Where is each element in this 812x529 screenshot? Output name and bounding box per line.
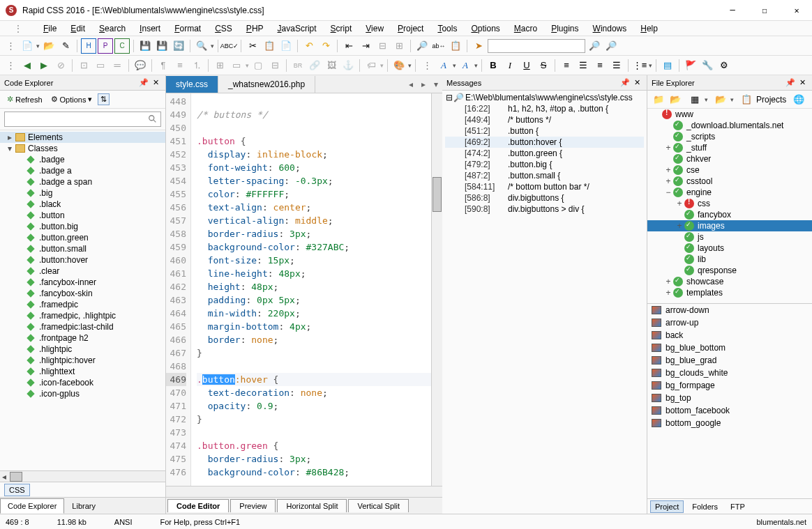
folder-item[interactable]: fancybox [647,209,812,220]
stop-icon[interactable]: ⊘ [53,58,68,73]
class-item[interactable]: .button.big [0,221,165,232]
back-icon[interactable]: ◀ [20,58,35,73]
class-item[interactable]: .button:hover [0,254,165,266]
refresh-button[interactable]: ✲ Refresh [4,93,45,105]
new-file-icon[interactable]: 📄 [20,38,35,54]
row-icon[interactable]: ▭ [229,58,244,73]
class-item[interactable]: .hlighttext [0,366,165,377]
class-item[interactable]: .button [0,210,165,221]
css-icon[interactable]: C [114,38,130,54]
class-item[interactable]: .badge a span [0,176,165,187]
folder-item[interactable]: chkver [647,153,812,164]
flag-icon[interactable]: 🚩 [683,58,698,73]
cut-icon[interactable]: ✂ [245,38,260,54]
tab-library[interactable]: Library [64,498,103,514]
class-item[interactable]: .fancybox-skin [0,288,165,299]
class-item[interactable]: .icon-gplus [0,388,165,399]
align-justify-icon[interactable]: ☰ [609,58,624,73]
menu-script[interactable]: Script [324,22,359,35]
edit-icon[interactable]: ✎ [58,38,73,54]
view-icon[interactable]: ▦ [688,93,702,107]
menu-macro[interactable]: Macro [507,22,544,35]
file-item[interactable]: bg_clouds_white [647,367,812,379]
comment-icon[interactable]: 💬 [133,58,148,73]
class-item[interactable]: .button.small [0,243,165,254]
php-icon[interactable]: P [98,38,113,54]
form-icon[interactable]: ▢ [250,58,266,73]
style-icon[interactable]: 🏷 [363,58,379,73]
para-icon[interactable]: ¶ [156,58,171,73]
menu-format[interactable]: Format [167,22,208,35]
drag-handle-icon[interactable]: ⋮ [419,58,435,73]
message-row[interactable]: [479:2].button.big { [445,159,644,170]
file-item[interactable]: bottom_google [647,417,812,429]
pin-icon[interactable]: 📌 [137,78,151,87]
link-icon[interactable]: 🔗 [307,58,322,73]
menu-windows[interactable]: Windows [586,22,634,35]
tab-code-explorer[interactable]: Code Explorer [0,498,64,514]
file-item[interactable]: bg_blue_bottom [647,342,812,354]
br-icon[interactable]: BR [290,58,306,73]
tab-vsplit[interactable]: Vertical Split [348,499,409,512]
font-format-icon[interactable]: A [436,58,451,73]
tab-next-icon[interactable]: ▸ [417,79,430,89]
menu-tools[interactable]: Tools [430,22,464,35]
class-item[interactable]: .badge a [0,165,165,176]
menu-edit[interactable]: Edit [63,22,92,35]
file-item[interactable]: back [647,329,812,342]
menu-view[interactable]: View [359,22,391,35]
filter-input[interactable] [4,112,161,127]
class-item[interactable]: .icon-facebook [0,377,165,388]
close-panel-icon[interactable]: ✕ [797,78,808,87]
panel-icon[interactable]: ▤ [660,58,675,73]
strike-icon[interactable]: S [536,58,551,73]
folder-item[interactable]: +images [647,220,812,231]
options-button[interactable]: ⚙ Options ▾ [48,93,96,105]
message-row[interactable]: [469:2].button:hover { [445,137,644,148]
close-button[interactable]: ✕ [787,3,806,17]
file-item[interactable]: bottom_facebook [647,404,812,417]
box-icon[interactable]: ▭ [93,58,108,73]
folder-item[interactable]: +cse [647,164,812,176]
block-indent-icon[interactable]: ⊟ [375,38,390,54]
message-row[interactable]: [590:8]div.bigbuttons > div { [445,204,644,215]
classes-node[interactable]: ▾Classes [0,143,165,154]
project-icon[interactable]: 📋 [739,93,753,107]
folder-item[interactable]: +css [647,198,812,209]
class-item[interactable]: .clear [0,266,165,277]
image-icon[interactable]: 🖼 [324,58,339,73]
save-icon[interactable]: 💾 [137,38,153,54]
elements-node[interactable]: ▸Elements [0,132,165,143]
message-row[interactable]: [449:4]/* buttons */ [445,114,644,125]
folder-item[interactable]: _download.blumentals.net [647,120,812,131]
tag-icon[interactable]: ⊡ [76,58,91,73]
class-item[interactable]: .fancybox-inner [0,277,165,288]
anchor-icon[interactable]: ⚓ [340,58,356,73]
code-content[interactable]: /* buttons */ .button { display: inline-… [191,93,431,486]
h-scrollbar[interactable] [166,486,442,497]
message-row[interactable]: [584:11]/* bottom button bar */ [445,181,644,192]
folder-item[interactable]: −engine [647,187,812,198]
drag-handle-icon[interactable]: ⋮ [3,38,18,54]
tab-hsplit[interactable]: Horizontal Split [277,499,347,512]
class-item[interactable]: .framedpic, .hlightpic [0,310,165,321]
list-icon[interactable]: ≡ [172,58,188,73]
save-all-icon[interactable]: 💾 [154,38,170,54]
copy-icon[interactable]: 📋 [262,38,277,54]
message-row[interactable]: [487:2].button.small { [445,170,644,181]
projects-label[interactable]: Projects [756,95,786,105]
v-scrollbar[interactable] [431,93,442,486]
color-picker-icon[interactable]: 🎨 [391,58,407,73]
folder-up-icon[interactable]: 📁 [652,93,666,107]
message-row[interactable]: [474:2].button.green { [445,148,644,159]
tab-ftp[interactable]: FTP [726,501,749,512]
find-next-icon[interactable]: 🔎 [587,38,602,54]
tab-code-editor[interactable]: Code Editor [167,499,229,512]
minimize-button[interactable]: ─ [723,3,742,17]
menu-options[interactable]: Options [464,22,506,35]
tab-file-2[interactable]: _whatsnew2016.php [218,76,315,93]
folder-item[interactable]: _scripts [647,131,812,142]
goto-icon[interactable]: ➤ [471,38,486,54]
clipboard-icon[interactable]: 📋 [448,38,463,54]
menu-search[interactable]: Search [92,22,133,35]
